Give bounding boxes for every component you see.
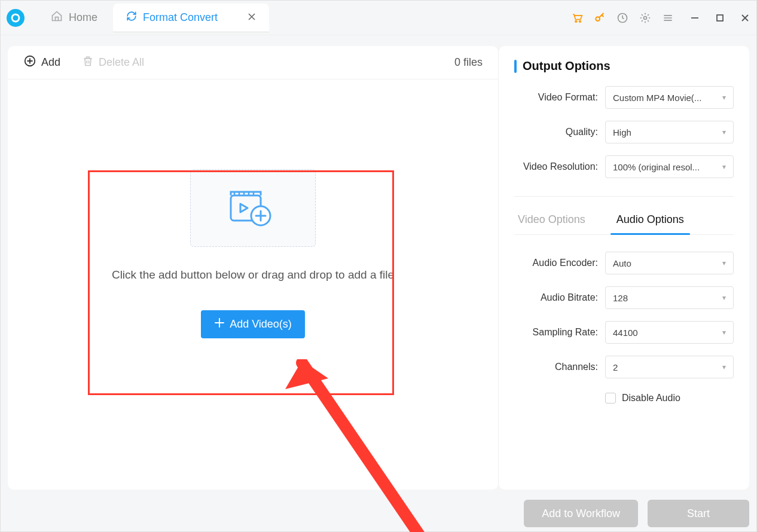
menu-icon[interactable] <box>662 12 674 24</box>
maximize-icon[interactable] <box>716 14 724 22</box>
disable-audio-row[interactable]: Disable Audio <box>605 393 734 403</box>
delete-all-label: Delete All <box>99 56 144 69</box>
svg-point-1 <box>575 20 577 22</box>
sampling-rate-value: 44100 <box>613 328 638 338</box>
svg-point-2 <box>579 20 581 22</box>
option-subtabs: Video Options Audio Options <box>514 207 734 235</box>
chevron-down-icon: ▾ <box>722 363 726 371</box>
chevron-down-icon: ▾ <box>722 259 726 267</box>
drop-zone[interactable]: Click the add button below or drag and d… <box>8 80 498 484</box>
home-icon <box>51 10 63 25</box>
chevron-down-icon: ▾ <box>722 293 726 302</box>
disable-audio-checkbox[interactable] <box>605 393 616 403</box>
output-options-title: Output Options <box>514 59 734 73</box>
app-window: Home Format Convert <box>0 0 757 532</box>
gear-icon[interactable] <box>639 12 651 24</box>
video-format-label: Video Format: <box>514 92 598 103</box>
add-videos-label: Add Video(s) <box>230 318 292 331</box>
tab-home[interactable]: Home <box>38 4 111 32</box>
quality-label: Quality: <box>514 127 598 137</box>
tab-home-label: Home <box>69 11 97 24</box>
trash-icon <box>82 55 94 70</box>
delete-all-button[interactable]: Delete All <box>82 55 144 70</box>
side-panel: Output Options Video Format: Custom MP4 … <box>498 46 749 490</box>
video-format-select[interactable]: Custom MP4 Movie(... ▾ <box>605 86 734 109</box>
plus-circle-icon <box>23 54 36 71</box>
chevron-down-icon: ▾ <box>722 93 726 102</box>
sampling-rate-select[interactable]: 44100 ▾ <box>605 321 734 344</box>
close-tab-icon[interactable] <box>248 13 256 23</box>
channels-select[interactable]: 2 ▾ <box>605 356 734 378</box>
content-area: Add Delete All 0 files <box>1 35 756 496</box>
resolution-label: Video Resolution: <box>514 161 598 172</box>
plus-icon <box>214 317 225 331</box>
titlebar: Home Format Convert <box>1 1 756 35</box>
add-to-workflow-button[interactable]: Add to Workflow <box>524 500 638 527</box>
audio-bitrate-label: Audio Bitrate: <box>514 292 598 303</box>
channels-value: 2 <box>613 362 618 372</box>
start-button[interactable]: Start <box>648 500 749 527</box>
minimize-icon[interactable] <box>691 14 699 22</box>
refresh-icon <box>126 11 137 25</box>
file-count: 0 files <box>454 56 483 69</box>
titlebar-icons <box>571 12 749 24</box>
channels-label: Channels: <box>514 362 598 372</box>
audio-encoder-label: Audio Encoder: <box>514 258 598 268</box>
audio-bitrate-select[interactable]: 128 ▾ <box>605 286 734 309</box>
drop-illustration <box>190 169 316 247</box>
clock-icon[interactable] <box>616 12 628 24</box>
chevron-down-icon: ▾ <box>722 328 726 337</box>
footer: Add to Workflow Start <box>1 496 756 531</box>
close-window-icon[interactable] <box>741 14 749 22</box>
video-format-value: Custom MP4 Movie(... <box>613 93 701 103</box>
resolution-select[interactable]: 100% (original resol... ▾ <box>605 155 734 178</box>
subtab-video-options[interactable]: Video Options <box>514 207 589 234</box>
svg-rect-6 <box>717 15 723 21</box>
main-panel: Add Delete All 0 files <box>8 46 498 490</box>
svg-point-0 <box>7 9 25 27</box>
quality-value: High <box>613 127 631 137</box>
audio-bitrate-value: 128 <box>613 293 628 303</box>
svg-point-5 <box>644 16 647 19</box>
quality-select[interactable]: High ▾ <box>605 121 734 143</box>
add-button[interactable]: Add <box>23 54 60 71</box>
chevron-down-icon: ▾ <box>722 163 726 171</box>
key-icon[interactable] <box>594 12 606 24</box>
tab-format-convert[interactable]: Format Convert <box>113 4 269 32</box>
resolution-value: 100% (original resol... <box>613 162 700 172</box>
add-videos-button[interactable]: Add Video(s) <box>201 310 305 338</box>
cart-icon[interactable] <box>571 12 583 24</box>
audio-encoder-value: Auto <box>613 258 631 268</box>
subtab-audio-options[interactable]: Audio Options <box>613 207 688 234</box>
drop-instruction: Click the add button below or drag and d… <box>103 268 402 282</box>
main-toolbar: Add Delete All 0 files <box>8 46 498 80</box>
app-logo <box>7 9 25 27</box>
chevron-down-icon: ▾ <box>722 128 726 136</box>
sampling-rate-label: Sampling Rate: <box>514 327 598 338</box>
add-label: Add <box>41 56 60 69</box>
audio-encoder-select[interactable]: Auto ▾ <box>605 252 734 274</box>
disable-audio-label: Disable Audio <box>622 393 680 403</box>
tab-active-label: Format Convert <box>143 11 218 24</box>
